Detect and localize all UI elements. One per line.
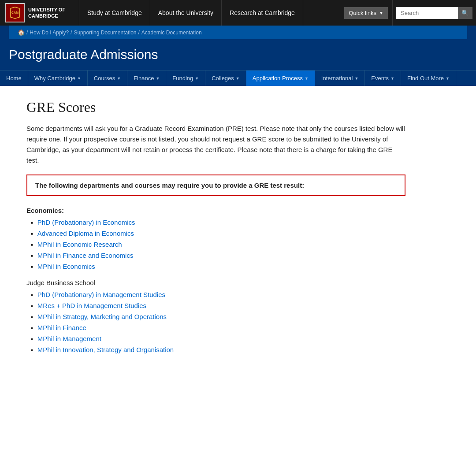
breadcrumb-how[interactable]: How Do I Apply? <box>30 30 69 36</box>
sec-nav-international[interactable]: International ▼ <box>315 71 365 86</box>
list-item: MRes + PhD in Management Studies <box>31 302 450 309</box>
sec-nav-colleges[interactable]: Colleges ▼ <box>205 71 246 86</box>
jbs-course-list: PhD (Probationary) in Management Studies… <box>26 291 450 353</box>
nav-about[interactable]: About the University <box>150 0 222 26</box>
quick-links-button[interactable]: Quick links ▼ <box>344 7 388 19</box>
list-item: MPhil in Finance and Economics <box>31 252 450 259</box>
sec-nav-application[interactable]: Application Process ▼ <box>246 71 315 86</box>
course-link-mphil-econ-res[interactable]: MPhil in Economic Research <box>37 241 122 248</box>
course-link-mres-phd-mgmt[interactable]: MRes + PhD in Management Studies <box>37 302 146 309</box>
chevron-down-icon: ▼ <box>236 76 240 81</box>
chevron-down-icon: ▼ <box>390 76 394 81</box>
course-link-mphil-fin-econ[interactable]: MPhil in Finance and Economics <box>37 252 134 259</box>
sec-nav-funding[interactable]: Funding ▼ <box>166 71 205 86</box>
economics-course-list: PhD (Probationary) in Economics Advanced… <box>26 219 450 270</box>
blue-banner: 🏠 / How Do I Apply? / Supporting Documen… <box>0 26 476 70</box>
list-item: MPhil in Innovation, Strategy and Organi… <box>31 346 450 353</box>
top-navigation: CAM UNIVERSITY OF CAMBRIDGE Study at Cam… <box>0 0 476 26</box>
intro-paragraph: Some departments will ask you for a Grad… <box>26 123 405 166</box>
highlight-box: The following departments and courses ma… <box>26 175 405 196</box>
chevron-down-icon: ▼ <box>117 76 121 81</box>
list-item: MPhil in Economic Research <box>31 241 450 248</box>
cambridge-logo: CAM <box>5 3 25 22</box>
main-content: GRE Scores Some departments will ask you… <box>0 86 476 380</box>
logo-area[interactable]: CAM UNIVERSITY OF CAMBRIDGE <box>0 0 79 26</box>
sec-nav-events[interactable]: Events ▼ <box>365 71 401 86</box>
list-item: Advanced Diploma in Economics <box>31 230 450 237</box>
list-item: PhD (Probationary) in Management Studies <box>31 291 450 298</box>
course-link-mphil-finance[interactable]: MPhil in Finance <box>37 324 86 331</box>
chevron-down-icon: ▼ <box>446 76 450 81</box>
list-item: MPhil in Strategy, Marketing and Operati… <box>31 313 450 320</box>
secondary-navigation: Home Why Cambridge ▼ Courses ▼ Finance ▼… <box>0 70 476 86</box>
content-heading: GRE Scores <box>26 99 450 115</box>
course-link-mphil-econ[interactable]: MPhil in Economics <box>37 263 95 270</box>
chevron-down-icon: ▼ <box>77 76 81 81</box>
list-item: MPhil in Economics <box>31 263 450 270</box>
sec-nav-finance[interactable]: Finance ▼ <box>127 71 166 86</box>
nav-study[interactable]: Study at Cambridge <box>79 0 150 26</box>
breadcrumb: 🏠 / How Do I Apply? / Supporting Documen… <box>9 26 467 39</box>
search-area: 🔍 <box>393 0 476 26</box>
chevron-down-icon: ▼ <box>305 76 309 81</box>
sec-nav-courses[interactable]: Courses ▼ <box>88 71 127 86</box>
list-item: PhD (Probationary) in Economics <box>31 219 450 226</box>
breadcrumb-supporting[interactable]: Supporting Documentation <box>74 30 136 36</box>
course-link-mphil-mgmt[interactable]: MPhil in Management <box>37 335 101 342</box>
search-input[interactable] <box>396 7 458 19</box>
breadcrumb-current: Academic Documentation <box>141 30 202 36</box>
chevron-down-icon: ▼ <box>156 76 160 81</box>
chevron-down-icon: ▼ <box>379 11 383 15</box>
home-icon[interactable]: 🏠 <box>18 29 25 36</box>
main-nav-items: Study at Cambridge About the University … <box>79 0 340 26</box>
course-link-mphil-strategy[interactable]: MPhil in Strategy, Marketing and Operati… <box>37 313 167 320</box>
quick-links-area: Quick links ▼ <box>340 0 393 26</box>
page-title: Postgraduate Admissions <box>9 39 467 62</box>
search-icon: 🔍 <box>461 10 469 16</box>
logo-text: UNIVERSITY OF CAMBRIDGE <box>28 7 65 19</box>
course-link-mphil-innovation[interactable]: MPhil in Innovation, Strategy and Organi… <box>37 346 174 353</box>
search-button[interactable]: 🔍 <box>458 7 472 19</box>
course-link-phd-mgmt[interactable]: PhD (Probationary) in Management Studies <box>37 291 165 298</box>
highlight-text: The following departments and courses ma… <box>35 182 397 189</box>
chevron-down-icon: ▼ <box>195 76 199 81</box>
sec-nav-why[interactable]: Why Cambridge ▼ <box>28 71 88 86</box>
list-item: MPhil in Finance <box>31 324 450 331</box>
list-item: MPhil in Management <box>31 335 450 342</box>
section-label-jbs: Judge Business School <box>26 279 450 286</box>
sec-nav-findout[interactable]: Find Out More ▼ <box>401 71 456 86</box>
chevron-down-icon: ▼ <box>354 76 358 81</box>
course-link-adv-dip-econ[interactable]: Advanced Diploma in Economics <box>37 230 134 237</box>
sec-nav-home[interactable]: Home <box>0 71 28 86</box>
nav-research[interactable]: Research at Cambridge <box>222 0 303 26</box>
section-label-economics: Economics: <box>26 207 450 214</box>
svg-text:CAM: CAM <box>11 11 19 14</box>
course-link-phd-econ[interactable]: PhD (Probationary) in Economics <box>37 219 135 226</box>
